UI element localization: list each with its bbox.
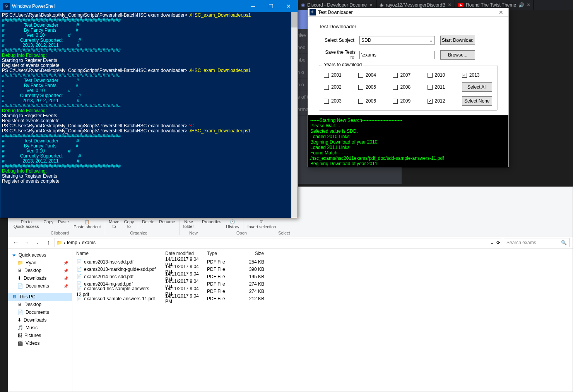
year-checkbox-2007[interactable]: 2007: [393, 72, 423, 78]
year-label: 2003: [331, 98, 342, 104]
refresh-icon[interactable]: ⟳: [496, 240, 500, 245]
file-row[interactable]: 📄exams2013-marking-guide-sdd.pdf14/11/20…: [72, 265, 573, 273]
sidebar-item-pictures[interactable]: 🖼Pictures: [8, 332, 72, 339]
minimize-button[interactable]: ─: [244, 0, 262, 12]
year-checkbox-2004[interactable]: 2004: [358, 72, 389, 78]
year-label: 2009: [400, 98, 411, 104]
path-breadcrumb[interactable]: 📁 › temp › exams ⌄ ⟳: [55, 238, 502, 247]
forward-button[interactable]: →: [22, 238, 31, 247]
year-checkbox-2013[interactable]: ✓2013: [462, 72, 493, 78]
sidebar-item-downloads[interactable]: ⬇Downloads📌: [8, 274, 72, 282]
explorer-address-bar: ← → ⌄ ↑ 📁 › temp › exams ⌄ ⟳ Search exam…: [8, 236, 573, 249]
folder-icon: 🖥: [17, 302, 22, 307]
ribbon-copy-to[interactable]: Copyto: [121, 219, 136, 229]
ribbon-history[interactable]: 🕐 History: [224, 219, 241, 229]
ribbon-move-to[interactable]: Moveto: [107, 219, 122, 229]
file-row[interactable]: 📄exams2014-hsc-sdd.pdf14/11/2017 9:04 PM…: [72, 273, 573, 280]
audio-icon: 🔊: [518, 2, 524, 8]
up-button[interactable]: ↑: [44, 238, 53, 247]
select-none-button[interactable]: Select None: [462, 96, 492, 106]
terminal-output[interactable]: PS C:\Users\Ryan\Desktop\My_Coding\Scrip…: [0, 12, 298, 185]
ribbon-rename[interactable]: Rename: [157, 219, 178, 224]
dialog-heading: Test Downloader: [319, 24, 498, 29]
youtube-icon: ▶: [458, 3, 464, 7]
year-checkbox-2012[interactable]: ✓2012: [428, 98, 458, 104]
search-input[interactable]: Search exams 🔍: [504, 238, 570, 247]
powershell-titlebar[interactable]: ⧁ Windows PowerShell ─ ☐ ✕: [0, 0, 298, 12]
year-checkbox-2011[interactable]: 2011: [428, 84, 458, 90]
close-icon[interactable]: ✕: [369, 2, 373, 8]
folder-icon: ⬇: [17, 276, 21, 281]
file-row[interactable]: 📄exams2013-hsc-sdd.pdf14/11/2017 9:04 PM…: [72, 258, 573, 265]
browse-button[interactable]: Browse...: [440, 50, 475, 60]
path-dropdown-icon[interactable]: ⌄: [490, 240, 494, 245]
tab-label: Round The Twist Theme: [466, 2, 516, 8]
pdf-icon: 📄: [76, 286, 82, 292]
pin-icon: 📌: [63, 276, 68, 281]
checkbox-icon: [324, 85, 329, 90]
ribbon-icon: 📋: [84, 219, 90, 224]
ribbon-copy[interactable]: Copy: [41, 219, 56, 224]
year-checkbox-2008[interactable]: 2008: [393, 84, 423, 90]
ribbon-invert-selection[interactable]: ☑ Invert selection: [245, 219, 278, 229]
subject-label: Select Subject:: [319, 38, 356, 43]
folder-icon: 🖼: [17, 333, 22, 338]
ribbon-paste[interactable]: Paste: [56, 219, 71, 224]
year-label: 2006: [366, 98, 376, 104]
save-label: Save the Tests to:: [319, 50, 356, 60]
sidebar-item-downloads[interactable]: ⬇Downloads: [8, 316, 72, 324]
save-path-input[interactable]: [359, 51, 435, 59]
ribbon-group-open: Open: [236, 231, 247, 235]
years-group: Years to download 2001200420072010✓20132…: [319, 65, 498, 111]
sidebar-item-desktop[interactable]: 🖥Desktop: [8, 301, 72, 308]
year-checkbox-2001[interactable]: 2001: [324, 72, 354, 78]
subject-select[interactable]: SDD ⌄: [359, 36, 435, 45]
close-button[interactable]: ✕: [495, 9, 507, 15]
year-checkbox-2009[interactable]: 2009: [393, 98, 423, 104]
close-icon[interactable]: ✕: [527, 2, 530, 8]
maximize-button[interactable]: ☐: [262, 0, 280, 12]
year-checkbox-2005[interactable]: 2005: [358, 84, 389, 90]
sidebar-item-documents[interactable]: 📄Documents📌: [8, 282, 72, 290]
ribbon-pin-to-quick-access[interactable]: Pin toQuick access: [11, 219, 41, 229]
back-button[interactable]: ←: [11, 238, 21, 247]
file-row[interactable]: 📄examssdd-sample-answers-11.pdf14/11/201…: [72, 295, 573, 302]
folder-icon: ⬇: [17, 317, 21, 323]
year-checkbox-2010[interactable]: 2010: [428, 72, 458, 78]
window-title: Test Downloader: [318, 10, 495, 15]
sidebar-item-documents[interactable]: 📄Documents: [8, 308, 72, 316]
checkbox-icon: [324, 99, 329, 104]
year-checkbox-2006[interactable]: 2006: [358, 98, 389, 104]
select-all-button[interactable]: Select All: [462, 82, 492, 92]
folder-icon: 🖥: [17, 268, 22, 273]
chevron-down-icon: ⌄: [429, 38, 433, 43]
ribbon-properties[interactable]: Properties: [200, 219, 224, 224]
ribbon-delete[interactable]: Delete: [140, 219, 157, 224]
ribbon-new-folder[interactable]: Newfolder: [181, 219, 197, 229]
year-label: 2013: [469, 72, 480, 78]
sidebar-item-music[interactable]: 🎵Music: [8, 324, 72, 332]
file-row[interactable]: 📄examssdd-hsc-sample-answers-12.pdf14/11…: [72, 288, 573, 295]
years-legend: Years to download: [322, 62, 363, 67]
start-download-button[interactable]: Start Download: [440, 36, 475, 45]
star-icon: ★: [12, 252, 16, 258]
ribbon-icon: ☑: [260, 219, 263, 224]
checkbox-icon: ✓: [462, 73, 467, 78]
ribbon-paste-shortcut[interactable]: 📋 Paste shortcut: [71, 219, 103, 229]
downloader-titlebar[interactable]: ⧁ Test Downloader ✕: [308, 8, 508, 17]
window-title: Windows PowerShell: [12, 3, 244, 9]
close-button[interactable]: ✕: [280, 0, 298, 12]
folder-icon: 📄: [17, 310, 23, 315]
this-pc-header[interactable]: 🖥 This PC: [8, 293, 72, 301]
sidebar-item-videos[interactable]: 🎬Videos: [8, 339, 72, 347]
checkbox-icon: [428, 73, 433, 78]
sidebar-item-desktop[interactable]: 🖥Desktop📌: [8, 267, 72, 274]
quick-access-header[interactable]: ★ Quick access: [8, 251, 72, 259]
close-icon[interactable]: ✕: [448, 2, 452, 8]
sidebar-item-ryan[interactable]: 📁Ryan📌: [8, 259, 72, 267]
year-checkbox-2002[interactable]: 2002: [324, 84, 354, 90]
scrollbar[interactable]: [291, 12, 298, 218]
year-checkbox-2003[interactable]: 2003: [324, 98, 354, 104]
recent-dropdown[interactable]: ⌄: [33, 238, 42, 247]
column-headers[interactable]: Name Date modified Type Size: [72, 249, 573, 258]
